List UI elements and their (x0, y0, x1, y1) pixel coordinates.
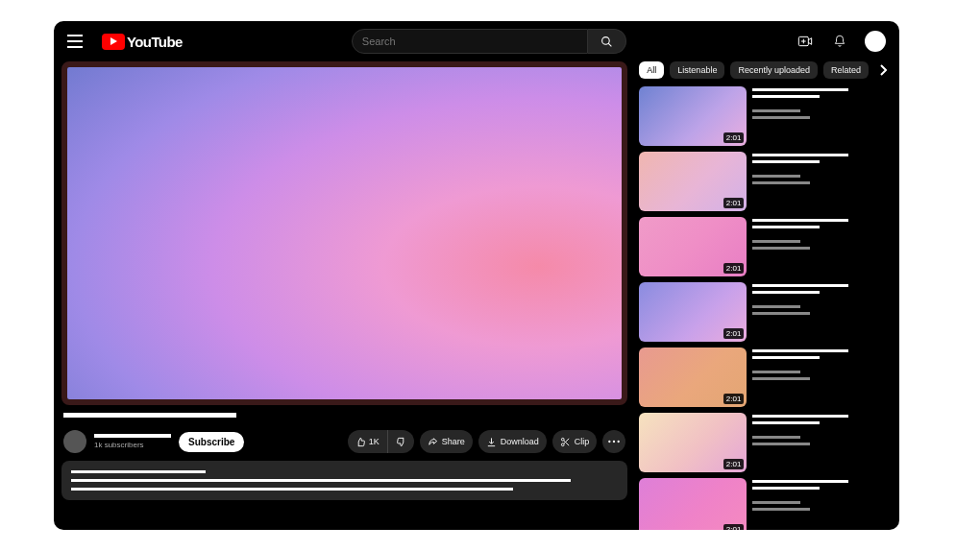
related-thumbnail[interactable]: 2:01 (639, 217, 747, 276)
related-meta (752, 347, 892, 407)
related-meta (752, 217, 892, 276)
chips-scroll-right[interactable] (874, 61, 892, 79)
svg-point-9 (609, 441, 611, 443)
related-channel-line (752, 371, 800, 373)
scissors-icon (560, 437, 571, 447)
desc-line (71, 470, 206, 473)
menu-icon[interactable] (67, 32, 86, 51)
chevron-right-icon (879, 64, 887, 76)
duration-badge: 2:01 (723, 198, 745, 208)
duration-badge: 2:01 (723, 459, 745, 469)
related-list: 2:012:012:012:012:012:012:01 (639, 86, 892, 530)
svg-point-0 (601, 36, 609, 44)
related-meta (752, 282, 892, 342)
related-title-line (752, 88, 848, 91)
filter-chips: AllListenableRecently uploadedRelated (639, 61, 892, 79)
desc-line (71, 488, 513, 491)
share-label: Share (442, 437, 465, 446)
related-video[interactable]: 2:01 (639, 413, 892, 472)
play-icon (102, 34, 125, 50)
youtube-logo[interactable]: YouTube (102, 34, 183, 50)
related-thumbnail[interactable]: 2:01 (639, 86, 747, 146)
logo-text: YouTube (127, 34, 183, 50)
like-count: 1K (369, 437, 380, 446)
channel-avatar[interactable] (63, 430, 86, 453)
bell-icon (833, 34, 846, 49)
share-icon (428, 437, 438, 447)
related-channel-line (752, 109, 800, 112)
related-title-line (752, 415, 848, 418)
related-video[interactable]: 2:01 (639, 86, 892, 146)
download-label: Download (501, 437, 539, 446)
dislike-button[interactable] (388, 430, 414, 453)
more-actions-button[interactable] (602, 430, 625, 453)
duration-badge: 2:01 (723, 394, 745, 404)
duration-badge: 2:01 (723, 524, 745, 530)
related-title-line (752, 421, 820, 424)
subscriber-count: 1k subscribers (94, 441, 171, 449)
related-views-line (752, 247, 810, 250)
related-meta (752, 478, 892, 530)
related-video[interactable]: 2:01 (639, 347, 892, 407)
related-video[interactable]: 2:01 (639, 217, 892, 276)
related-title-line (752, 95, 820, 98)
related-video[interactable]: 2:01 (639, 152, 892, 211)
create-icon (797, 35, 813, 48)
related-thumbnail[interactable]: 2:01 (639, 152, 747, 211)
related-channel-line (752, 305, 800, 308)
account-avatar[interactable] (865, 31, 886, 52)
like-button[interactable]: 1K (348, 430, 387, 453)
related-views-line (752, 377, 810, 380)
app-frame: YouTube (54, 21, 899, 530)
related-thumbnail[interactable]: 2:01 (639, 413, 747, 472)
header: YouTube (54, 21, 899, 61)
more-icon (607, 440, 621, 443)
svg-point-5 (561, 438, 564, 441)
svg-line-1 (608, 43, 611, 46)
related-views-line (752, 181, 810, 184)
related-channel-line (752, 501, 800, 504)
filter-chip-all[interactable]: All (639, 61, 664, 79)
action-row: 1K Share Download (348, 430, 626, 453)
filter-chip-recently-uploaded[interactable]: Recently uploaded (730, 61, 818, 79)
desc-line (71, 479, 571, 482)
duration-badge: 2:01 (723, 328, 745, 339)
related-meta (752, 413, 892, 472)
related-title-line (752, 154, 848, 156)
related-title-line (752, 226, 820, 228)
related-title-line (752, 160, 820, 163)
share-button[interactable]: Share (420, 430, 473, 453)
search-button[interactable] (588, 29, 626, 54)
related-thumbnail[interactable]: 2:01 (639, 347, 747, 407)
svg-point-6 (561, 443, 564, 445)
video-player[interactable] (67, 67, 622, 399)
related-title-line (752, 356, 820, 359)
subscribe-button[interactable]: Subscribe (179, 432, 244, 452)
thumbs-up-icon (355, 437, 366, 447)
related-title-line (752, 291, 820, 294)
like-dislike-pill: 1K (348, 430, 414, 453)
sidebar: AllListenableRecently uploadedRelated 2:… (635, 61, 899, 530)
related-thumbnail[interactable]: 2:01 (639, 478, 747, 530)
related-views-line (752, 116, 810, 119)
related-video[interactable]: 2:01 (639, 478, 892, 530)
channel-name[interactable] (94, 434, 171, 438)
related-thumbnail[interactable]: 2:01 (639, 282, 747, 342)
notifications-button[interactable] (830, 32, 849, 51)
related-views-line (752, 508, 810, 511)
video-title (63, 413, 625, 422)
related-title-line (752, 480, 848, 483)
main-column: 1k subscribers Subscribe 1K (54, 61, 635, 530)
below-player-row: 1k subscribers Subscribe 1K (61, 428, 627, 461)
clip-button[interactable]: Clip (552, 430, 598, 453)
filter-chip-related[interactable]: Related (823, 61, 869, 79)
download-button[interactable]: Download (478, 430, 547, 453)
related-video[interactable]: 2:01 (639, 282, 892, 342)
description-box[interactable] (61, 461, 627, 500)
search-input[interactable] (362, 36, 577, 47)
svg-point-10 (613, 441, 615, 443)
create-button[interactable] (796, 32, 815, 51)
thumbs-down-icon (396, 437, 406, 447)
related-channel-line (752, 436, 800, 439)
filter-chip-listenable[interactable]: Listenable (670, 61, 724, 79)
